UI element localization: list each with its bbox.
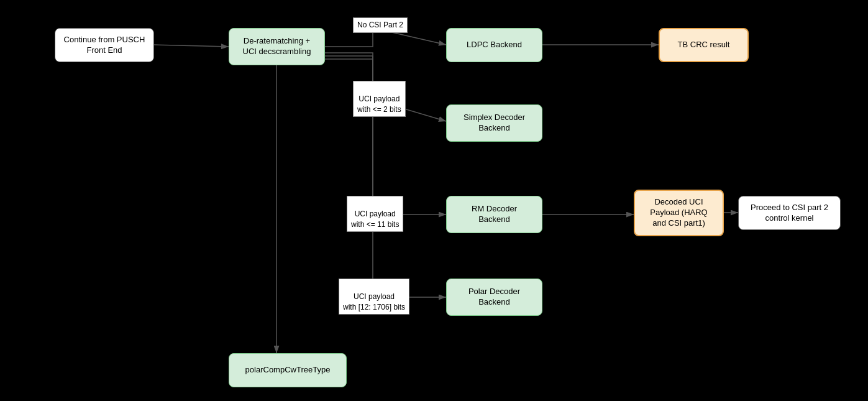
rm-decoder-node: RM Decoder Backend bbox=[446, 196, 542, 233]
de-ratematching-label: De-ratematching + UCI decscrambling bbox=[243, 36, 311, 57]
ldpc-backend-node: LDPC Backend bbox=[446, 28, 542, 62]
proceed-csi-label: Proceed to CSI part 2 control kernel bbox=[751, 203, 828, 224]
rm-decoder-label: RM Decoder Backend bbox=[472, 204, 517, 225]
ldpc-backend-label: LDPC Backend bbox=[467, 40, 522, 50]
simplex-decoder-node: Simplex Decoder Backend bbox=[446, 104, 542, 142]
polar-decoder-node: Polar Decoder Backend bbox=[446, 279, 542, 316]
polar-comp-label: polarCompCwTreeType bbox=[245, 365, 331, 376]
tb-crc-result-node: TB CRC result bbox=[659, 28, 749, 62]
continue-pusch-label: Continue from PUSCH Front End bbox=[64, 35, 145, 56]
polar-comp-node: polarCompCwTreeType bbox=[229, 353, 347, 387]
diagram-container: Continue from PUSCH Front End De-ratemat… bbox=[0, 0, 868, 401]
no-csi-label: No CSI Part 2 bbox=[353, 17, 408, 33]
continue-pusch-node: Continue from PUSCH Front End bbox=[55, 28, 154, 62]
decoded-uci-node: Decoded UCI Payload (HARQ and CSI part1) bbox=[634, 190, 724, 236]
uci-11bits-label: UCI payload with <= 11 bits bbox=[347, 196, 403, 232]
svg-line-1 bbox=[154, 45, 229, 47]
decoded-uci-label: Decoded UCI Payload (HARQ and CSI part1) bbox=[650, 197, 707, 229]
tb-crc-result-label: TB CRC result bbox=[678, 40, 730, 50]
de-ratematching-node: De-ratematching + UCI decscrambling bbox=[229, 28, 325, 65]
proceed-csi-node: Proceed to CSI part 2 control kernel bbox=[738, 196, 841, 230]
uci-2bits-label: UCI payload with <= 2 bits bbox=[353, 81, 406, 117]
simplex-decoder-label: Simplex Decoder Backend bbox=[464, 113, 525, 134]
polar-decoder-label: Polar Decoder Backend bbox=[468, 287, 520, 308]
uci-1706bits-label: UCI payload with [12: 1706] bits bbox=[339, 279, 409, 315]
